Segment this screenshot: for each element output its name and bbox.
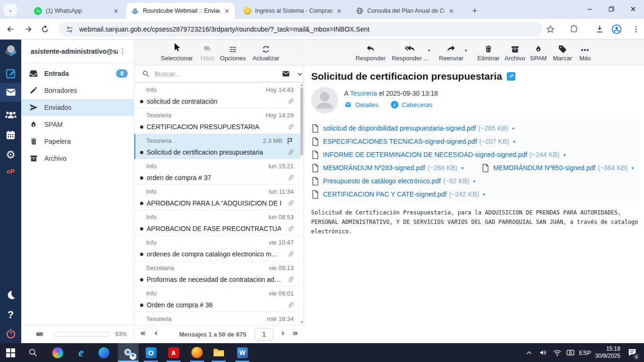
archive-button[interactable]: Archivo bbox=[500, 42, 529, 62]
reply-button[interactable]: Responder bbox=[352, 42, 389, 62]
attachment-item[interactable]: CERTIFICACION PAC Y CATE-signed.pdf (~24… bbox=[310, 190, 485, 199]
search-options-chevron-icon[interactable] bbox=[297, 71, 303, 77]
options-button[interactable]: Opciones bbox=[218, 42, 248, 62]
refresh-button[interactable]: Actualizar bbox=[249, 42, 282, 62]
first-page-button[interactable]: « bbox=[140, 328, 146, 338]
headers-link[interactable]: i Cabeceras bbox=[391, 101, 432, 108]
attachment-menu-icon[interactable]: ▾ bbox=[563, 152, 566, 157]
browser-menu-icon[interactable] bbox=[632, 25, 640, 33]
kebab-menu-icon[interactable]: ⋮ bbox=[118, 50, 127, 52]
close-window-button[interactable]: ✕ bbox=[622, 0, 644, 18]
tab-plan-anual[interactable]: Consulta del Plan Anual de Con ✕ bbox=[351, 3, 459, 19]
prev-page-button[interactable]: ‹ bbox=[154, 328, 158, 338]
notifications-button[interactable]: 4 bbox=[623, 343, 641, 362]
outlook-button[interactable]: O bbox=[140, 343, 161, 362]
minimize-button[interactable]: – bbox=[579, 0, 601, 18]
attachment-name[interactable]: Presupuesto de catálogo electrónico.pdf bbox=[323, 177, 441, 185]
attachment-item[interactable]: MEMORÁNDUM Nº283-signed.pdf (~288 KB) ▾ bbox=[310, 164, 463, 173]
reload-button[interactable] bbox=[41, 25, 50, 33]
logout-button[interactable] bbox=[0, 324, 21, 343]
list-item[interactable]: Infolun 15:21 orden de compra # 37 bbox=[134, 159, 300, 185]
list-item[interactable]: TesoreriaHoy 14:29 CERTIFICACION PRESUPU… bbox=[134, 108, 300, 134]
chrome-button[interactable] bbox=[118, 343, 139, 362]
contacts-nav-button[interactable] bbox=[0, 106, 21, 124]
tab-roundcube[interactable]: Roundcube Webmail :: Enviados ✕ bbox=[126, 3, 235, 19]
file-explorer-button[interactable] bbox=[208, 343, 229, 362]
list-item-selected[interactable]: Tesoreria2.3 MB Solicitud de certificaci… bbox=[134, 134, 300, 159]
volume-icon[interactable] bbox=[537, 343, 550, 362]
cpanel-logo[interactable]: cP bbox=[0, 164, 21, 178]
forward-caret-icon[interactable]: ▾ bbox=[465, 48, 467, 53]
sidebar-item-spam[interactable]: SPAM bbox=[21, 116, 134, 133]
attachment-name[interactable]: MEMORÁNDUM Nº850-signed.pdf bbox=[493, 164, 595, 172]
downloads-icon[interactable] bbox=[595, 25, 604, 34]
attachment-item[interactable]: Presupuesto de catálogo electrónico.pdf … bbox=[310, 177, 476, 186]
list-item[interactable]: Secretariavie 09:13 Proformas de necesid… bbox=[134, 261, 300, 287]
word-button[interactable]: W bbox=[232, 343, 253, 362]
close-icon[interactable]: ✕ bbox=[112, 7, 120, 15]
search-scope-mail-icon[interactable] bbox=[281, 70, 291, 78]
scrollbar-thumb[interactable] bbox=[300, 87, 303, 156]
restore-button[interactable] bbox=[601, 0, 622, 18]
new-tab-button[interactable]: + bbox=[469, 5, 481, 17]
bookmark-star-icon[interactable] bbox=[546, 25, 555, 33]
calendar-nav-button[interactable] bbox=[0, 125, 21, 144]
reply-all-button[interactable]: Responder ... bbox=[388, 42, 432, 62]
sidebar-item-archivo[interactable]: Archivo bbox=[21, 150, 134, 167]
select-button[interactable]: Seleccionar bbox=[159, 42, 195, 62]
copilot-button[interactable] bbox=[47, 343, 68, 362]
list-item[interactable]: Infovie 09:01 Orden de compra # 36 bbox=[134, 287, 300, 312]
attachment-menu-icon[interactable]: ▾ bbox=[512, 126, 514, 131]
reply-all-caret-icon[interactable]: ▾ bbox=[428, 48, 430, 53]
attachment-menu-icon[interactable]: ▾ bbox=[631, 165, 634, 171]
tab-search-button[interactable]: ⌄ bbox=[4, 4, 17, 16]
threads-button[interactable]: Hilos bbox=[197, 42, 218, 62]
page-number-input[interactable] bbox=[255, 328, 273, 340]
recipient-link[interactable]: Tesoreria bbox=[350, 90, 377, 97]
taskbar-search-button[interactable] bbox=[23, 343, 43, 362]
list-item[interactable]: InfoHoy 14:43 solicitud de contratación bbox=[134, 83, 300, 108]
attachment-item[interactable]: INFORME DE DETERMINACION DE NECESIDAD-si… bbox=[310, 150, 566, 159]
dark-mode-button[interactable] bbox=[0, 286, 21, 304]
attachment-item[interactable]: ESPECIFICACIONES TECNICAS-signed-signed.… bbox=[310, 137, 515, 146]
close-icon[interactable]: ✕ bbox=[447, 7, 455, 15]
last-page-button[interactable]: » bbox=[292, 328, 298, 338]
list-item[interactable]: Infolun 11:34 APROBACION PARA LA “ADQUIS… bbox=[134, 185, 300, 210]
attachment-menu-icon[interactable]: ▾ bbox=[473, 179, 475, 184]
clock[interactable]: 15:1830/9/2025 bbox=[593, 343, 622, 362]
account-header[interactable]: asistente-administrativo@sa… ⋮ bbox=[21, 40, 134, 63]
sidebar-item-papelera[interactable]: Papelera bbox=[21, 133, 134, 150]
site-settings-icon[interactable] bbox=[66, 25, 74, 33]
address-bar[interactable]: webmail.sanjuan.gob.ec/cpsess2879723216/… bbox=[59, 22, 542, 37]
list-item[interactable]: Infovie 10:47 ordenes de compra catalogo… bbox=[134, 236, 300, 261]
firefox-button[interactable] bbox=[187, 343, 207, 362]
flag-icon[interactable] bbox=[286, 137, 294, 145]
attachment-name[interactable]: ESPECIFICACIONES TECNICAS-signed-signed.… bbox=[323, 138, 477, 145]
open-in-new-window-icon[interactable]: ↗ bbox=[507, 72, 515, 81]
next-page-button[interactable]: › bbox=[281, 328, 285, 338]
attachment-name[interactable]: solicitud de disponibilidad presupuestar… bbox=[323, 124, 476, 132]
start-button[interactable] bbox=[0, 343, 21, 362]
help-button[interactable]: ? bbox=[0, 305, 21, 324]
wifi-icon[interactable] bbox=[551, 343, 564, 362]
attachment-name[interactable]: INFORME DE DETERMINACION DE NECESIDAD-si… bbox=[323, 151, 527, 158]
profile-avatar[interactable] bbox=[611, 24, 622, 34]
back-button[interactable] bbox=[6, 25, 15, 34]
forward-button[interactable]: Reenviar bbox=[434, 42, 468, 62]
tray-expand-button[interactable] bbox=[522, 343, 536, 362]
more-button[interactable]: ••• Más bbox=[574, 42, 596, 62]
attachment-menu-icon[interactable]: ▾ bbox=[513, 139, 515, 144]
scroll-up-icon[interactable]: ▲ bbox=[300, 83, 304, 87]
attachment-menu-icon[interactable]: ▾ bbox=[483, 192, 485, 197]
compose-button[interactable] bbox=[0, 64, 21, 83]
attachment-item[interactable]: MEMORÁNDUM Nº850-signed.pdf (~364 KB) ▾ bbox=[480, 164, 634, 173]
list-item[interactable]: Infolun 08:53 APROBACION DE FASE PRECONT… bbox=[134, 210, 300, 236]
internet-explorer-button[interactable]: e bbox=[71, 343, 91, 362]
forward-button[interactable] bbox=[24, 25, 33, 34]
search-input[interactable] bbox=[155, 70, 263, 78]
spam-button[interactable]: SPAM bbox=[526, 42, 551, 62]
display-icon[interactable] bbox=[564, 343, 577, 362]
details-link[interactable]: Detalles bbox=[344, 101, 379, 108]
scroll-down-icon[interactable]: ▼ bbox=[300, 321, 304, 324]
close-icon[interactable]: ✕ bbox=[223, 7, 231, 15]
